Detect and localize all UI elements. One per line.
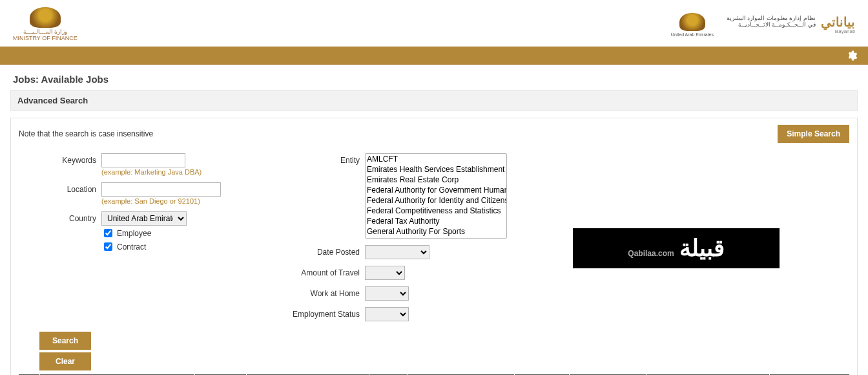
contract-checkbox[interactable] xyxy=(104,242,112,251)
date-posted-label: Date Posted xyxy=(263,245,360,257)
ministry-name: وزارة المـــالـيـــة MINISTRY OF FINANCE xyxy=(13,29,78,42)
location-hint: (example: San Diego or 92101) xyxy=(101,197,224,205)
bayanati-romanized: Bayanati xyxy=(835,29,855,35)
employment-status-select[interactable] xyxy=(365,307,409,321)
bayanati-wordmark: بياناتي xyxy=(821,15,855,29)
bayanati-sub-ar: في الــحــكـومــة الاتــحــاديــة xyxy=(727,22,816,28)
entity-list[interactable]: AMLCFTEmirates Health Services Establish… xyxy=(365,153,507,239)
header-bar: وزارة المـــالـيـــة MINISTRY OF FINANCE… xyxy=(0,0,868,47)
entity-option[interactable]: Federal Competitiveness and Statistics xyxy=(366,206,506,216)
bayanati-logo-block: نظام إدارة معلومات الموارد البشرية في ال… xyxy=(727,15,855,35)
entity-option[interactable]: Emirates Real Estate Corp xyxy=(366,175,506,185)
simple-search-button[interactable]: Simple Search xyxy=(778,125,849,143)
section-header: Advanced Search xyxy=(10,90,858,111)
amount-of-travel-select[interactable] xyxy=(365,266,405,280)
right-column: Entity AMLCFTEmirates Health Services Es… xyxy=(263,153,513,325)
ministry-name-en: MINISTRY OF FINANCE xyxy=(13,36,78,42)
work-at-home-select[interactable] xyxy=(365,286,409,301)
work-at-home-label: Work at Home xyxy=(263,286,360,298)
page-title: Jobs: Available Jobs xyxy=(0,65,868,90)
header-right: United Arab Emirates نظام إدارة معلومات … xyxy=(671,13,855,37)
entity-label: Entity xyxy=(263,153,360,165)
entity-option[interactable]: Federal Authority for Identity and Citiz… xyxy=(366,195,506,206)
clear-button[interactable]: Clear xyxy=(39,352,91,370)
uae-crest-small-icon xyxy=(679,13,705,31)
ministry-logo-block: وزارة المـــالـيـــة MINISTRY OF FINANCE xyxy=(13,7,78,42)
employee-check-label: Employee xyxy=(117,229,151,238)
country-label: Country xyxy=(25,211,96,223)
location-label: Location xyxy=(25,182,96,194)
keywords-hint: (example: Marketing Java DBA) xyxy=(101,168,224,176)
uae-crest-icon xyxy=(30,7,61,28)
keywords-input[interactable] xyxy=(101,153,185,167)
date-posted-select[interactable] xyxy=(365,245,429,259)
left-column: Keywords (example: Marketing Java DBA) L… xyxy=(25,153,224,253)
uae-name: United Arab Emirates xyxy=(671,32,714,37)
amount-of-travel-label: Amount of Travel xyxy=(263,266,360,277)
gear-icon[interactable] xyxy=(846,50,858,61)
entity-option[interactable]: General Authority For Sports xyxy=(366,226,506,237)
watermark-latin: Qabilaa.com xyxy=(628,249,674,258)
entity-option[interactable]: AMLCFT xyxy=(366,154,506,164)
top-toolbar xyxy=(0,47,868,65)
employee-checkbox[interactable] xyxy=(104,229,112,237)
advanced-search-panel: Note that the search is case insensitive… xyxy=(10,118,858,375)
search-button[interactable]: Search xyxy=(39,332,91,350)
contract-check-label: Contract xyxy=(117,242,146,252)
entity-option[interactable]: Federal Tax Authority xyxy=(366,216,506,226)
case-insensitive-note: Note that the search is case insensitive xyxy=(19,129,153,138)
watermark-arabic: قبيلة xyxy=(679,235,725,262)
employment-status-label: Employment Status xyxy=(263,307,360,319)
watermark-overlay: Qabilaa.com قبيلة xyxy=(573,228,780,268)
entity-option[interactable]: Emirates Health Services Establishment xyxy=(366,164,506,175)
entity-option[interactable]: Federal Authority for Government Human R… xyxy=(366,185,506,195)
keywords-label: Keywords xyxy=(25,153,96,165)
location-input[interactable] xyxy=(101,182,221,197)
country-select[interactable]: United Arab Emirates xyxy=(101,211,187,226)
